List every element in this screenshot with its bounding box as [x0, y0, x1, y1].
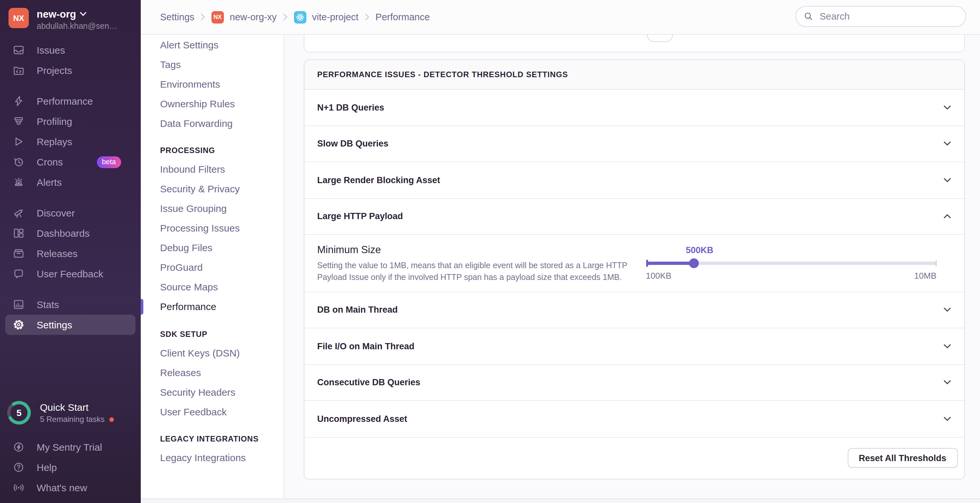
detector-row-label: File I/O on Main Thread	[317, 341, 414, 351]
quick-start-progress-ring: 5	[6, 400, 32, 425]
settings-nav-proguard[interactable]: ProGuard	[141, 257, 283, 277]
detector-row-n1-db-queries[interactable]: N+1 DB Queries	[304, 90, 964, 126]
settings-nav-legacy-integrations[interactable]: Legacy Integrations	[141, 448, 283, 467]
primary-nav: IssuesProjects PerformanceProfilingRepla…	[0, 40, 141, 335]
threshold-slider: 500KB 100KB 10MB	[646, 244, 937, 292]
settings-nav-label: Source Maps	[160, 281, 218, 292]
settings-nav-inbound-filters[interactable]: Inbound Filters	[141, 159, 283, 179]
settings-nav-debug-files[interactable]: Debug Files	[141, 238, 283, 257]
breadcrumb-org[interactable]: NX new-org-xy	[200, 11, 277, 23]
detector-row-label: Large Render Blocking Asset	[317, 175, 440, 185]
detector-row-label: Large HTTP Payload	[317, 212, 403, 221]
settings-nav-user-feedback[interactable]: User Feedback	[141, 401, 283, 421]
sidebar-item-issues[interactable]: Issues	[0, 40, 141, 60]
settings-nav-label: Legacy Integrations	[160, 452, 246, 463]
settings-nav-issue-grouping[interactable]: Issue Grouping	[141, 198, 283, 218]
sidebar-item-dashboards[interactable]: Dashboards	[0, 223, 141, 243]
sidebar-item-performance[interactable]: Performance	[0, 91, 141, 111]
sidebar-item-crons[interactable]: Cronsbeta	[0, 152, 141, 172]
settings-nav-source-maps[interactable]: Source Maps	[141, 277, 283, 297]
org-name: new-org	[37, 8, 76, 20]
sidebar-item-label: User Feedback	[37, 268, 103, 279]
sidebar-item-label: Performance	[37, 95, 93, 106]
search-input[interactable]	[795, 6, 966, 27]
sidebar-item-help[interactable]: Help	[0, 457, 141, 478]
detector-row-label: Consecutive DB Queries	[317, 378, 420, 387]
settings-nav-alert-settings[interactable]: Alert Settings	[141, 35, 283, 54]
detector-row-slow-db-queries[interactable]: Slow DB Queries	[304, 126, 964, 162]
sidebar-item-replays[interactable]: Replays	[0, 132, 141, 152]
detector-row-large-render-blocking-asset[interactable]: Large Render Blocking Asset	[304, 162, 964, 198]
sidebar-item-whats-new[interactable]: What's new	[0, 478, 141, 498]
breadcrumb-badge	[294, 11, 306, 23]
slider-thumb[interactable]	[689, 259, 699, 268]
main-content: PERFORMANCE ISSUES - DETECTOR THRESHOLD …	[284, 35, 980, 503]
primary-sidebar: NX new-org abdullah.khan@sen… IssuesProj…	[0, 0, 141, 503]
quick-start-count: 5	[6, 400, 32, 425]
releases-icon	[13, 248, 24, 259]
settings-nav-label: Data Forwarding	[160, 117, 233, 129]
user-feedback-icon	[13, 268, 24, 279]
breadcrumb-label: Performance	[375, 12, 430, 22]
detector-row-consecutive-db-queries[interactable]: Consecutive DB Queries	[304, 365, 964, 401]
settings-nav-label: Alert Settings	[160, 39, 218, 50]
settings-nav-label: Tags	[160, 59, 181, 70]
settings-nav-releases[interactable]: Releases	[141, 362, 283, 382]
settings-nav-section-processing: PROCESSING	[141, 141, 283, 159]
chevron-down-icon	[943, 178, 951, 182]
chevron-right-icon	[283, 13, 288, 21]
whats-new-icon	[13, 482, 24, 493]
breadcrumb-label: vite-project	[312, 12, 358, 22]
sidebar-item-alerts[interactable]: Alerts	[0, 172, 141, 192]
chevron-down-icon	[943, 105, 951, 110]
sidebar-item-label: Projects	[37, 65, 72, 76]
detector-row-file-io-on-main-thread[interactable]: File I/O on Main Thread	[304, 328, 964, 365]
chevron-right-icon	[364, 13, 369, 21]
sidebar-item-stats[interactable]: Stats	[0, 294, 141, 315]
search-icon	[804, 12, 813, 21]
org-switcher[interactable]: NX new-org abdullah.khan@sen…	[0, 0, 141, 31]
sidebar-item-label: Discover	[37, 207, 75, 219]
dashboards-icon	[13, 228, 24, 239]
breadcrumb-project[interactable]: vite-project	[283, 11, 358, 23]
next-section-edge	[141, 498, 980, 503]
settings-nav-client-keys[interactable]: Client Keys (DSN)	[141, 343, 283, 362]
settings-sidebar: Alert SettingsTagsEnvironmentsOwnership …	[141, 35, 284, 503]
settings-nav-ownership-rules[interactable]: Ownership Rules	[141, 94, 283, 113]
settings-nav-tags[interactable]: Tags	[141, 54, 283, 74]
detector-row-large-http-payload[interactable]: Large HTTP Payload	[304, 198, 964, 235]
quick-start[interactable]: 5 Quick Start 5 Remaining tasks	[6, 400, 114, 425]
settings-nav-performance[interactable]: Performance	[141, 297, 283, 316]
sidebar-item-my-sentry-trial[interactable]: My Sentry Trial	[0, 437, 141, 457]
slider-min-label: 100KB	[646, 271, 671, 281]
profiling-icon	[13, 116, 24, 127]
sidebar-item-releases[interactable]: Releases	[0, 243, 141, 263]
sidebar-item-projects[interactable]: Projects	[0, 60, 141, 81]
search-field[interactable]	[818, 11, 959, 22]
breadcrumb-label: Settings	[160, 12, 194, 22]
settings-nav-environments[interactable]: Environments	[141, 74, 283, 94]
projects-icon	[13, 65, 24, 76]
detector-row-label: Slow DB Queries	[317, 139, 388, 149]
sidebar-item-user-feedback[interactable]: User Feedback	[0, 263, 141, 284]
sidebar-item-discover[interactable]: Discover	[0, 203, 141, 223]
settings-nav-processing-issues[interactable]: Processing Issues	[141, 218, 283, 238]
breadcrumb-page[interactable]: Performance	[364, 12, 430, 22]
detector-row-uncompressed-asset[interactable]: Uncompressed Asset	[304, 401, 964, 437]
settings-nav-security-headers[interactable]: Security Headers	[141, 382, 283, 401]
sidebar-item-profiling[interactable]: Profiling	[0, 111, 141, 132]
setting-name: Minimum Size	[317, 244, 639, 256]
help-icon	[13, 462, 24, 473]
collapsed-toggle-remnant[interactable]	[646, 35, 673, 42]
breadcrumb-settings[interactable]: Settings	[160, 12, 194, 22]
sidebar-item-label: Dashboards	[37, 228, 90, 239]
settings-nav-data-forwarding[interactable]: Data Forwarding	[141, 113, 283, 133]
react-icon	[295, 12, 305, 22]
detector-row-db-on-main-thread[interactable]: DB on Main Thread	[304, 292, 964, 328]
settings-nav-security-privacy[interactable]: Security & Privacy	[141, 179, 283, 198]
sidebar-item-label: My Sentry Trial	[37, 441, 102, 453]
previous-panel-remnant	[304, 35, 965, 52]
sidebar-item-settings[interactable]: Settings	[5, 315, 135, 335]
detector-row-label: N+1 DB Queries	[317, 103, 384, 113]
reset-all-thresholds-button[interactable]: Reset All Thresholds	[848, 448, 958, 468]
